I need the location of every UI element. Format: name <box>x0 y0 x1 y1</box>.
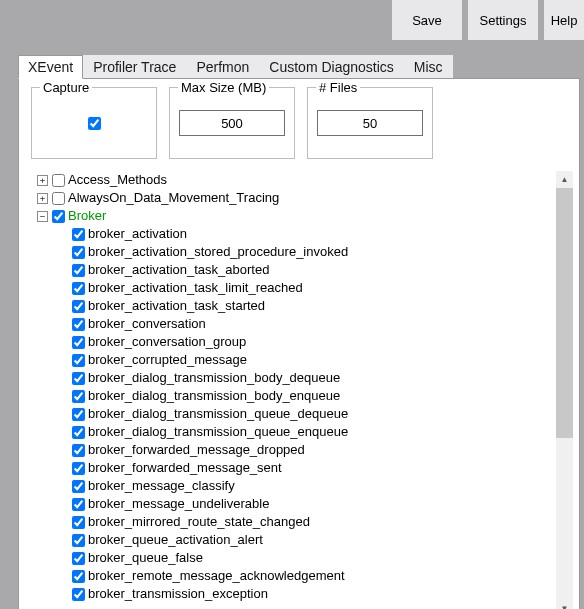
tree-row: broker_queue_activation_alert <box>27 531 553 549</box>
event-checkbox[interactable] <box>72 534 85 547</box>
tree-row: broker_message_undeliverable <box>27 495 553 513</box>
event-label[interactable]: broker_remote_message_acknowledgement <box>88 567 345 585</box>
event-label[interactable]: broker_dialog_transmission_queue_dequeue <box>88 405 348 423</box>
files-label: # Files <box>316 80 360 95</box>
event-checkbox[interactable] <box>72 282 85 295</box>
event-label[interactable]: broker_queue_false <box>88 549 203 567</box>
tree-row: broker_activation_task_limit_reached <box>27 279 553 297</box>
category-label[interactable]: Broker <box>68 207 106 225</box>
event-checkbox[interactable] <box>72 588 85 601</box>
max-size-groupbox: Max Size (MB) <box>169 87 295 159</box>
tree-row: +AlwaysOn_Data_Movement_Tracing <box>27 189 553 207</box>
event-checkbox[interactable] <box>72 498 85 511</box>
event-label[interactable]: broker_dialog_transmission_body_enqueue <box>88 387 340 405</box>
tab-profiler-trace[interactable]: Profiler Trace <box>83 55 186 79</box>
event-checkbox[interactable] <box>72 300 85 313</box>
event-label[interactable]: broker_forwarded_message_sent <box>88 459 282 477</box>
files-groupbox: # Files <box>307 87 433 159</box>
event-checkbox[interactable] <box>72 228 85 241</box>
category-checkbox[interactable] <box>52 192 65 205</box>
event-checkbox[interactable] <box>72 246 85 259</box>
tree-row: broker_activation_task_aborted <box>27 261 553 279</box>
settings-button[interactable]: Settings <box>468 0 538 40</box>
event-checkbox[interactable] <box>72 480 85 493</box>
tab-perfmon[interactable]: Perfmon <box>186 55 259 79</box>
event-label[interactable]: broker_transmission_exception <box>88 585 268 603</box>
event-checkbox[interactable] <box>72 570 85 583</box>
tab-misc[interactable]: Misc <box>404 55 453 79</box>
event-label[interactable]: broker_activation_stored_procedure_invok… <box>88 243 348 261</box>
capture-groupbox: Capture <box>31 87 157 159</box>
events-tree: +Access_Methods+AlwaysOn_Data_Movement_T… <box>27 171 553 609</box>
event-checkbox[interactable] <box>72 444 85 457</box>
tab-strip: XEvent Profiler Trace Perfmon Custom Dia… <box>18 55 580 79</box>
event-label[interactable]: broker_message_undeliverable <box>88 495 269 513</box>
event-checkbox[interactable] <box>72 354 85 367</box>
tree-row: broker_message_classify <box>27 477 553 495</box>
event-label[interactable]: broker_forwarded_message_dropped <box>88 441 305 459</box>
files-input[interactable] <box>317 110 423 136</box>
category-label[interactable]: AlwaysOn_Data_Movement_Tracing <box>68 189 279 207</box>
tab-panel: Capture Max Size (MB) # Files +Access_Me… <box>18 78 580 609</box>
max-size-label: Max Size (MB) <box>178 80 269 95</box>
event-label[interactable]: broker_activation_task_started <box>88 297 265 315</box>
max-size-input[interactable] <box>179 110 285 136</box>
event-checkbox[interactable] <box>72 336 85 349</box>
tree-row: broker_conversation <box>27 315 553 333</box>
event-label[interactable]: broker_dialog_transmission_queue_enqueue <box>88 423 348 441</box>
tree-row: broker_dialog_transmission_queue_enqueue <box>27 423 553 441</box>
event-label[interactable]: broker_activation_task_aborted <box>88 261 269 279</box>
scroll-thumb[interactable] <box>556 188 573 438</box>
category-checkbox[interactable] <box>52 210 65 223</box>
event-checkbox[interactable] <box>72 390 85 403</box>
event-label[interactable]: broker_mirrored_route_state_changed <box>88 513 310 531</box>
category-checkbox[interactable] <box>52 174 65 187</box>
expand-icon[interactable]: + <box>37 193 48 204</box>
tree-row: +Access_Methods <box>27 171 553 189</box>
event-label[interactable]: broker_corrupted_message <box>88 351 247 369</box>
event-label[interactable]: broker_message_classify <box>88 477 235 495</box>
tree-row: broker_dialog_transmission_body_dequeue <box>27 369 553 387</box>
tree-row: broker_remote_message_acknowledgement <box>27 567 553 585</box>
collapse-icon[interactable]: − <box>37 211 48 222</box>
tree-row: broker_corrupted_message <box>27 351 553 369</box>
vertical-scrollbar[interactable]: ▲ ▼ <box>556 171 573 609</box>
event-checkbox[interactable] <box>72 372 85 385</box>
event-label[interactable]: broker_conversation_group <box>88 333 246 351</box>
tab-xevent[interactable]: XEvent <box>18 55 83 79</box>
event-label[interactable]: broker_activation <box>88 225 187 243</box>
category-label[interactable]: Access_Methods <box>68 171 167 189</box>
event-checkbox[interactable] <box>72 516 85 529</box>
tree-row: broker_mirrored_route_state_changed <box>27 513 553 531</box>
tree-row: broker_transmission_exception <box>27 585 553 603</box>
event-label[interactable]: broker_dialog_transmission_body_dequeue <box>88 369 340 387</box>
tree-row: broker_queue_false <box>27 549 553 567</box>
tree-row: broker_activation_stored_procedure_invok… <box>27 243 553 261</box>
capture-checkbox[interactable] <box>88 117 101 130</box>
event-checkbox[interactable] <box>72 426 85 439</box>
tree-row: broker_activation <box>27 225 553 243</box>
tree-row: broker_activation_task_started <box>27 297 553 315</box>
tree-row: broker_conversation_group <box>27 333 553 351</box>
scroll-down-button[interactable]: ▼ <box>556 600 573 609</box>
tab-custom-diagnostics[interactable]: Custom Diagnostics <box>259 55 404 79</box>
tree-row: broker_forwarded_message_sent <box>27 459 553 477</box>
event-checkbox[interactable] <box>72 462 85 475</box>
tree-row: broker_dialog_transmission_body_enqueue <box>27 387 553 405</box>
event-checkbox[interactable] <box>72 408 85 421</box>
event-checkbox[interactable] <box>72 552 85 565</box>
event-label[interactable]: broker_activation_task_limit_reached <box>88 279 303 297</box>
scroll-up-button[interactable]: ▲ <box>556 171 573 188</box>
help-button[interactable]: Help <box>544 0 584 40</box>
event-label[interactable]: broker_conversation <box>88 315 206 333</box>
tree-row: −Broker <box>27 207 553 225</box>
save-button[interactable]: Save <box>392 0 462 40</box>
event-label[interactable]: broker_queue_activation_alert <box>88 531 263 549</box>
expand-icon[interactable]: + <box>37 175 48 186</box>
event-checkbox[interactable] <box>72 318 85 331</box>
capture-label: Capture <box>40 80 92 95</box>
tree-row: broker_forwarded_message_dropped <box>27 441 553 459</box>
tree-row: broker_dialog_transmission_queue_dequeue <box>27 405 553 423</box>
event-checkbox[interactable] <box>72 264 85 277</box>
